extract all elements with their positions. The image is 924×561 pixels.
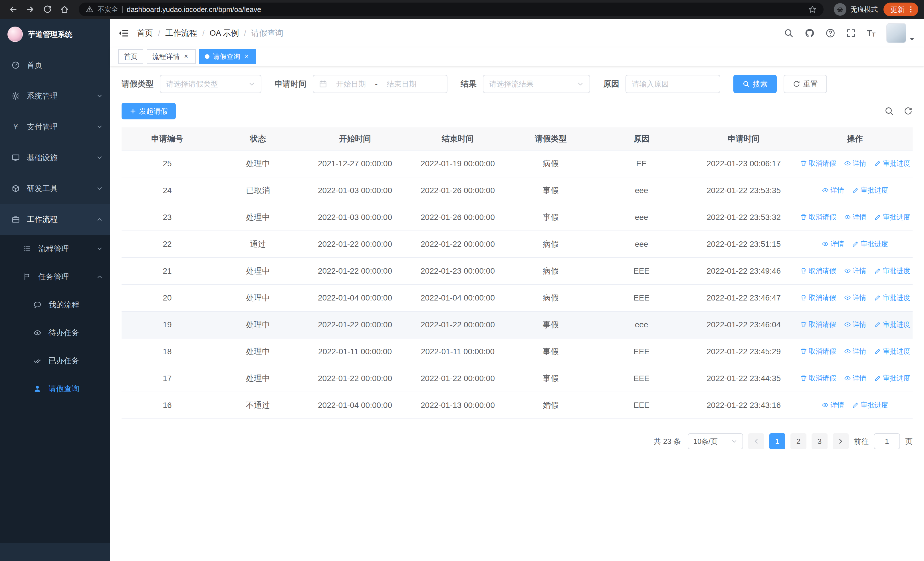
breadcrumb-item[interactable]: 首页 bbox=[137, 28, 153, 39]
approval-progress-button[interactable]: 审批进度 bbox=[874, 347, 910, 356]
cell-status: 处理中 bbox=[213, 150, 303, 177]
address-bar[interactable]: 不安全 dashboard.yudao.iocoder.cn/bpm/oa/le… bbox=[79, 3, 824, 16]
approval-progress-button[interactable]: 审批进度 bbox=[874, 374, 910, 383]
sidebar-item-home[interactable]: 首页 bbox=[0, 50, 110, 81]
approval-progress-button[interactable]: 审批进度 bbox=[874, 320, 910, 329]
tab-home[interactable]: 首页 bbox=[118, 49, 143, 64]
filter-result: 结果 bbox=[460, 75, 590, 93]
cell-type: 婚假 bbox=[508, 392, 593, 419]
sidebar-item-system-management[interactable]: 系统管理 bbox=[0, 81, 110, 111]
tags-bar: 首页 流程详情 × 请假查询 × bbox=[110, 47, 924, 66]
tab-leave-query[interactable]: 请假查询 × bbox=[199, 49, 256, 64]
detail-button[interactable]: 详情 bbox=[844, 212, 866, 222]
cell-type: 病假 bbox=[508, 150, 593, 177]
app-logo[interactable]: 芋道管理系统 bbox=[0, 19, 110, 50]
detail-button[interactable]: 详情 bbox=[844, 374, 866, 383]
approval-progress-button[interactable]: 审批进度 bbox=[852, 239, 888, 248]
bookmark-star-icon[interactable] bbox=[808, 5, 817, 14]
sidebar-item-leave-query[interactable]: 请假查询 bbox=[0, 375, 110, 403]
approval-progress-button[interactable]: 审批进度 bbox=[852, 400, 888, 410]
approval-progress-button[interactable]: 审批进度 bbox=[852, 186, 888, 195]
close-tab-icon[interactable]: × bbox=[182, 53, 190, 60]
sidebar-item-pending-tasks[interactable]: 待办任务 bbox=[0, 319, 110, 347]
page-number-1[interactable]: 1 bbox=[770, 433, 785, 449]
cell-reason: EEE bbox=[593, 338, 690, 365]
reason-input[interactable] bbox=[632, 80, 714, 89]
approval-progress-button[interactable]: 审批进度 bbox=[874, 159, 910, 168]
detail-button[interactable]: 详情 bbox=[822, 239, 844, 248]
sidebar-item-done-tasks[interactable]: 已办任务 bbox=[0, 347, 110, 375]
browser-forward-button[interactable] bbox=[23, 2, 38, 17]
user-menu[interactable] bbox=[886, 23, 915, 43]
date-range-picker[interactable]: - bbox=[313, 75, 447, 93]
fullscreen-icon[interactable] bbox=[846, 28, 856, 38]
prev-page-button[interactable] bbox=[748, 433, 764, 449]
reason-input-wrap[interactable] bbox=[626, 75, 720, 93]
detail-button[interactable]: 详情 bbox=[844, 347, 866, 356]
detail-button[interactable]: 详情 bbox=[844, 266, 866, 275]
sidebar-item-task-management[interactable]: 任务管理 bbox=[0, 263, 110, 291]
page-number-2[interactable]: 2 bbox=[790, 433, 806, 449]
browser-update-button[interactable]: 更新 bbox=[884, 3, 918, 16]
sidebar-item-workflow[interactable]: 工作流程 bbox=[0, 204, 110, 235]
page-size-select[interactable]: 10条/页 bbox=[688, 433, 743, 449]
breadcrumb-separator: / bbox=[158, 29, 160, 38]
detail-button[interactable]: 详情 bbox=[844, 320, 866, 329]
cancel-leave-button[interactable]: 取消请假 bbox=[800, 266, 836, 275]
start-date-input[interactable] bbox=[330, 80, 372, 89]
create-leave-button[interactable]: 发起请假 bbox=[122, 103, 176, 119]
result-select-input[interactable] bbox=[489, 80, 574, 89]
leave-type-select-input[interactable] bbox=[166, 80, 245, 89]
help-icon[interactable] bbox=[825, 28, 835, 38]
reset-button[interactable]: 重置 bbox=[784, 75, 827, 93]
collapse-sidebar-button[interactable] bbox=[118, 28, 128, 38]
breadcrumb-item[interactable]: OA 示例 bbox=[210, 28, 239, 39]
create-leave-label: 发起请假 bbox=[139, 107, 168, 116]
detail-button[interactable]: 详情 bbox=[844, 293, 866, 302]
browser-back-button[interactable] bbox=[6, 2, 21, 17]
font-size-icon[interactable]: TT bbox=[867, 29, 876, 38]
cancel-leave-button[interactable]: 取消请假 bbox=[800, 347, 836, 356]
cancel-leave-button[interactable]: 取消请假 bbox=[800, 293, 836, 302]
cancel-leave-button[interactable]: 取消请假 bbox=[800, 212, 836, 222]
breadcrumb-item[interactable]: 工作流程 bbox=[165, 28, 197, 39]
search-button[interactable]: 搜索 bbox=[734, 75, 777, 93]
refresh-icon[interactable] bbox=[903, 107, 913, 116]
column-header-reason: 原因 bbox=[593, 127, 690, 150]
browser-menu-icon[interactable] bbox=[907, 5, 915, 14]
browser-reload-button[interactable] bbox=[40, 2, 55, 17]
cancel-leave-button[interactable]: 取消请假 bbox=[800, 320, 836, 329]
cancel-leave-button[interactable]: 取消请假 bbox=[800, 374, 836, 383]
github-icon[interactable] bbox=[804, 28, 815, 38]
browser-home-button[interactable] bbox=[57, 2, 72, 17]
toggle-search-icon[interactable] bbox=[885, 107, 894, 116]
leave-type-select[interactable] bbox=[160, 75, 261, 93]
close-tab-icon[interactable]: × bbox=[243, 53, 250, 60]
goto-suffix-label: 页 bbox=[905, 436, 913, 447]
page-number-3[interactable]: 3 bbox=[812, 433, 828, 449]
sidebar-item-infrastructure[interactable]: 基础设施 bbox=[0, 142, 110, 173]
approval-progress-button[interactable]: 审批进度 bbox=[874, 293, 910, 302]
url-text: dashboard.yudao.iocoder.cn/bpm/oa/leave bbox=[127, 5, 804, 14]
cell-type: 事假 bbox=[508, 204, 593, 231]
cell-end: 2022-01-13 00:00:00 bbox=[407, 392, 508, 419]
cancel-leave-button[interactable]: 取消请假 bbox=[800, 159, 836, 168]
sidebar-item-payment-management[interactable]: ¥ 支付管理 bbox=[0, 111, 110, 142]
next-page-button[interactable] bbox=[832, 433, 849, 449]
data-table: 申请编号 状态 开始时间 结束时间 请假类型 原因 申请时间 操作 25 bbox=[122, 127, 913, 419]
sidebar-item-my-processes[interactable]: 我的流程 bbox=[0, 291, 110, 319]
approval-progress-button[interactable]: 审批进度 bbox=[874, 266, 910, 275]
end-date-input[interactable] bbox=[381, 80, 422, 89]
search-icon[interactable] bbox=[784, 28, 794, 38]
goto-page-input[interactable] bbox=[874, 433, 900, 449]
sidebar-item-process-management[interactable]: 流程管理 bbox=[0, 235, 110, 263]
detail-button[interactable]: 详情 bbox=[822, 400, 844, 410]
screen: 不安全 dashboard.yudao.iocoder.cn/bpm/oa/le… bbox=[0, 0, 924, 561]
tab-process-detail[interactable]: 流程详情 × bbox=[147, 49, 196, 64]
detail-button[interactable]: 详情 bbox=[822, 186, 844, 195]
detail-button[interactable]: 详情 bbox=[844, 159, 866, 168]
cell-type: 事假 bbox=[508, 177, 593, 204]
approval-progress-button[interactable]: 审批进度 bbox=[874, 212, 910, 222]
sidebar-item-dev-tools[interactable]: 研发工具 bbox=[0, 173, 110, 204]
result-select[interactable] bbox=[483, 75, 590, 93]
